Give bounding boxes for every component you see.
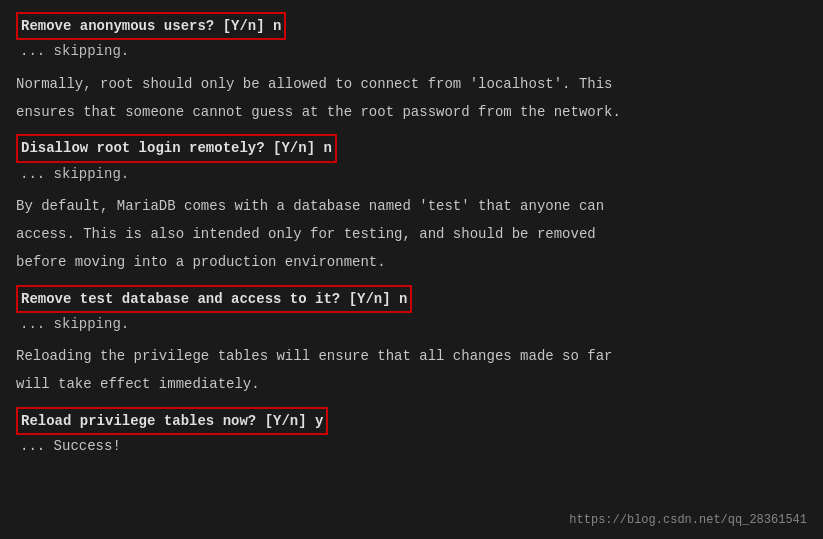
info-localhost-line1: Normally, root should only be allowed to… bbox=[16, 73, 807, 97]
prompt-disallow-root: Disallow root login remotely? [Y/n] n bbox=[16, 134, 807, 162]
prompt-remove-test: Remove test database and access to it? [… bbox=[16, 285, 807, 313]
prompt-box-anon: Remove anonymous users? [Y/n] n bbox=[16, 12, 286, 40]
section-reload: Reload privilege tables now? [Y/n] y ...… bbox=[16, 407, 807, 458]
section-info-test: By default, MariaDB comes with a databas… bbox=[16, 195, 807, 274]
skip-test: ... skipping. bbox=[16, 313, 807, 335]
info-reload-line2: will take effect immediately. bbox=[16, 373, 807, 397]
info-test-line3: before moving into a production environm… bbox=[16, 251, 807, 275]
section-remove-test: Remove test database and access to it? [… bbox=[16, 285, 807, 336]
info-localhost-line2: ensures that someone cannot guess at the… bbox=[16, 101, 807, 125]
watermark-text: https://blog.csdn.net/qq_28361541 bbox=[569, 513, 807, 527]
section-disallow-root: Disallow root login remotely? [Y/n] n ..… bbox=[16, 134, 807, 185]
skip-root: ... skipping. bbox=[16, 163, 807, 185]
terminal-output: Remove anonymous users? [Y/n] n ... skip… bbox=[16, 12, 807, 458]
prompt-reload: Reload privilege tables now? [Y/n] y bbox=[16, 407, 807, 435]
prompt-box-root: Disallow root login remotely? [Y/n] n bbox=[16, 134, 337, 162]
info-test-line2: access. This is also intended only for t… bbox=[16, 223, 807, 247]
section-info-reload: Reloading the privilege tables will ensu… bbox=[16, 345, 807, 397]
success-message: ... Success! bbox=[16, 435, 807, 457]
info-test-line1: By default, MariaDB comes with a databas… bbox=[16, 195, 807, 219]
prompt-remove-anon: Remove anonymous users? [Y/n] n bbox=[16, 12, 807, 40]
prompt-box-reload: Reload privilege tables now? [Y/n] y bbox=[16, 407, 328, 435]
prompt-box-test: Remove test database and access to it? [… bbox=[16, 285, 412, 313]
section-anonymous-users: Remove anonymous users? [Y/n] n ... skip… bbox=[16, 12, 807, 63]
skip-anon: ... skipping. bbox=[16, 40, 807, 62]
info-reload-line1: Reloading the privilege tables will ensu… bbox=[16, 345, 807, 369]
section-info-localhost: Normally, root should only be allowed to… bbox=[16, 73, 807, 125]
